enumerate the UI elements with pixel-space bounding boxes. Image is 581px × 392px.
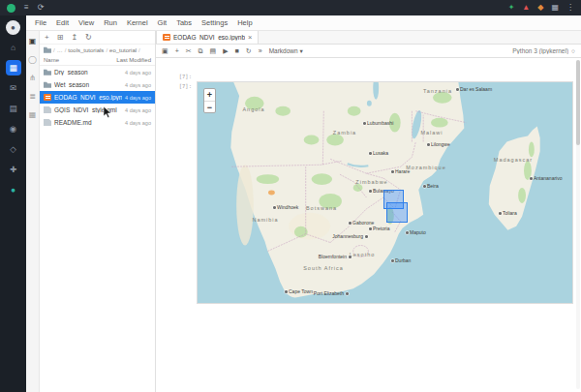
country-label: South Africa — [303, 265, 344, 271]
column-last-modified[interactable]: Last Modified — [116, 57, 151, 63]
close-icon[interactable]: × — [248, 33, 252, 42]
extension-grid-icon[interactable]: ▦ — [551, 4, 559, 12]
upload-button[interactable]: ↥ — [71, 34, 77, 42]
taskbar-item-5[interactable]: ◉ — [6, 121, 21, 136]
copy-cell-button[interactable]: ⧉ — [199, 47, 203, 54]
menu-settings[interactable]: Settings — [197, 18, 232, 27]
refresh-files-button[interactable]: ↻ — [85, 34, 92, 42]
scrollbar-thumb[interactable] — [576, 60, 580, 145]
extension-red-icon[interactable]: ▲ — [522, 4, 530, 12]
notebook-scrollbar[interactable] — [576, 60, 580, 389]
file-name: README.md — [54, 119, 122, 126]
file-icon — [44, 106, 51, 113]
top-bar: ≡⟳ ✦▲◆▦⋮ — [0, 0, 581, 15]
city-dot — [456, 88, 459, 91]
cut-cell-button[interactable]: ✂ — [186, 47, 192, 54]
add-cell-button[interactable]: + — [175, 47, 179, 54]
country-label: Botswana — [306, 205, 337, 211]
cell-prompt — [156, 68, 197, 70]
filebrowser-tab-icon[interactable]: ▣ — [29, 38, 37, 45]
chevron-down-icon: ▾ — [300, 47, 303, 55]
taskbar-item-2[interactable]: ▦ — [6, 60, 21, 75]
run-cell-button[interactable]: ▶ — [223, 47, 228, 54]
menu-help[interactable]: Help — [232, 18, 257, 27]
main-area: EODAG_NDVI_eso.ipynb × ▣+✂⧉▤▶■↻»Markdown… — [156, 31, 581, 392]
country-label: Zimbabwe — [355, 179, 387, 185]
file-list: Dry_season4 days agoWet_season4 days ago… — [40, 66, 155, 129]
stderr-cell — [156, 64, 573, 66]
table-of-contents-icon[interactable]: ≣ — [29, 93, 36, 101]
restart-kernel-button[interactable]: ↻ — [246, 47, 252, 54]
city-dot — [406, 231, 409, 234]
city-label: Windhoek — [277, 204, 298, 210]
stop-kernel-button[interactable]: ■ — [235, 47, 239, 54]
file-name: GQIS_NDVI_style.qml — [54, 106, 122, 113]
git-icon[interactable]: ⋔ — [29, 75, 36, 82]
breadcrumb-item[interactable]: … — [57, 47, 63, 53]
file-list-header[interactable]: Name Last Modified — [40, 55, 155, 66]
menu-kernel[interactable]: Kernel — [122, 18, 153, 27]
running-kernels-icon[interactable]: ◯ — [28, 56, 37, 64]
extension-orange-icon[interactable]: ◆ — [537, 4, 543, 12]
taskbar-item-6[interactable]: ◇ — [6, 141, 21, 157]
extension-green-icon[interactable]: ✦ — [508, 4, 515, 12]
new-launcher-button[interactable]: + — [45, 34, 49, 42]
new-folder-button[interactable]: ⊞ — [57, 34, 64, 42]
menu-file[interactable]: File — [30, 18, 51, 27]
cell-type-dropdown[interactable]: Markdown▾ — [269, 47, 303, 55]
country-label: Tanzania — [423, 88, 452, 94]
user-avatar[interactable]: ● — [6, 20, 20, 35]
file-row[interactable]: EODAG_NDVI_eso.ipynb4 days ago — [40, 91, 155, 104]
file-row[interactable]: Dry_season4 days ago — [40, 66, 155, 78]
menu-view[interactable]: View — [74, 18, 99, 27]
country-label: Malawi — [420, 130, 443, 136]
menu-git[interactable]: Git — [153, 18, 172, 27]
column-name[interactable]: Name — [44, 57, 116, 63]
map-output[interactable]: AngolaZambiaTanzaniaMalawiZimbabweBotswa… — [197, 81, 573, 304]
taskbar-item-3[interactable]: ✉ — [6, 80, 21, 96]
taskbar-item-1[interactable]: ⌂ — [6, 40, 21, 55]
breadcrumb-item[interactable]: tools_tutorials — [68, 47, 104, 53]
city-label: Port Elizabeth — [314, 290, 344, 296]
taskbar-item-8[interactable]: ● — [6, 182, 21, 197]
file-row[interactable]: Wet_season4 days ago — [40, 78, 155, 91]
file-row[interactable]: README.md4 days ago — [40, 116, 155, 129]
save-button[interactable]: ▣ — [162, 47, 168, 54]
output-prompt: [7]: — [156, 81, 197, 304]
file-row[interactable]: GQIS_NDVI_style.qml4 days ago — [40, 104, 155, 116]
city-dot — [427, 143, 430, 146]
restart-run-all-button[interactable]: » — [259, 47, 262, 54]
menu-tabs[interactable]: Tabs — [171, 18, 197, 27]
city-label: Bloemfontein — [319, 254, 347, 259]
breadcrumb[interactable]: /…/tools_tutorials/eo_tutorial/ — [40, 45, 155, 55]
extensions-icon[interactable]: ▦ — [29, 111, 37, 119]
file-name: Wet_season — [54, 81, 122, 88]
city-label: Lubumbashi — [367, 120, 393, 126]
kernel-status-icon: ○ — [571, 47, 575, 54]
notebook-tab[interactable]: EODAG_NDVI_eso.ipynb × — [156, 31, 259, 44]
markdown-cell — [156, 68, 573, 70]
menu-run[interactable]: Run — [99, 18, 122, 27]
code-cell: [7]: — [156, 72, 573, 79]
screen: ≡⟳ ✦▲◆▦⋮ ●⌂▦✉▤◉◇✚● FileEditViewRunKernel… — [0, 0, 581, 392]
zoom-in-button[interactable]: + — [204, 89, 215, 101]
taskbar-item-7[interactable]: ✚ — [6, 162, 21, 177]
kernel-indicator[interactable]: Python 3 (ipykernel)○ — [512, 47, 575, 54]
breadcrumb-item[interactable]: eo_tutorial — [109, 47, 137, 53]
search-result-footprint[interactable] — [386, 202, 408, 223]
city-label: Lilongwe — [431, 141, 450, 147]
city-dot — [365, 235, 368, 238]
city-dot — [363, 122, 366, 125]
menu-edit[interactable]: Edit — [51, 18, 74, 27]
paste-cell-button[interactable]: ▤ — [210, 47, 217, 54]
city-dot — [391, 259, 394, 262]
overflow-menu-icon[interactable]: ⋮ — [566, 4, 574, 12]
refresh-icon[interactable]: ⟳ — [38, 4, 45, 12]
taskbar-item-4[interactable]: ▤ — [6, 101, 21, 116]
zoom-out-button[interactable]: − — [204, 101, 215, 112]
city-dot — [285, 290, 288, 293]
tab-bar: EODAG_NDVI_eso.ipynb × — [156, 31, 581, 45]
hamburger-menu-icon[interactable]: ≡ — [24, 4, 29, 12]
notebook-content[interactable]: [7]: [7]: — [156, 58, 581, 392]
home-folder-icon[interactable] — [44, 46, 51, 53]
